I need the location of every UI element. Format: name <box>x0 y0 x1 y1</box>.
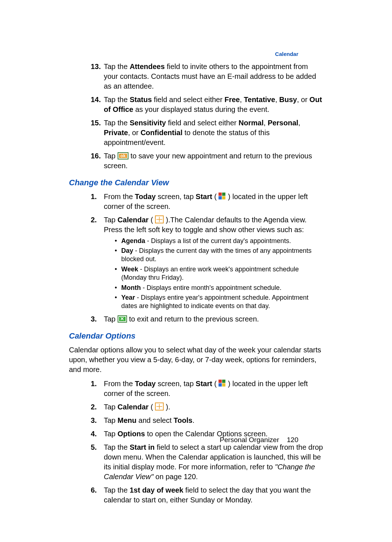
svg-rect-8 <box>222 380 225 383</box>
step-text: ( <box>212 380 217 388</box>
bold: Calendar <box>118 403 149 411</box>
bold: Start in <box>130 443 155 451</box>
list-item: Agenda - Displays a list of the current … <box>115 237 323 245</box>
step-number: 16. <box>91 151 101 161</box>
list-item: Year - Displays entire year's appointmen… <box>115 294 323 311</box>
step-number: 6. <box>91 485 97 495</box>
step-number: 1. <box>91 379 97 389</box>
start-flag-icon <box>219 380 226 387</box>
list-item: 1. From the Today screen, tap Start ( ) … <box>91 379 323 399</box>
step-text: Tap <box>104 403 118 411</box>
step-text: and select <box>136 416 173 424</box>
view-desc: - Displays entire month's appointment sc… <box>141 284 282 291</box>
bold: Tools <box>173 416 192 424</box>
view-desc: - Displays the current day with the time… <box>121 247 311 263</box>
bold: Year <box>121 294 135 301</box>
bold: Week <box>121 266 138 273</box>
step-text: , or <box>128 129 140 137</box>
step-text: ( <box>212 193 217 201</box>
bold: Normal <box>238 119 264 127</box>
bold: Confidential <box>140 129 183 137</box>
step-text: Tap <box>104 416 118 424</box>
list-item: 2. Tap Calendar ( ).The Calendar default… <box>91 215 323 311</box>
step-text: Tap the <box>104 443 130 451</box>
bold: Day <box>121 247 133 254</box>
step-text: , or <box>297 96 309 104</box>
list-item: 14. Tap the Status field and select eith… <box>91 95 323 114</box>
bold: Calendar <box>118 216 149 224</box>
step-text: Tap the <box>104 119 130 127</box>
step-number: 2. <box>91 402 97 412</box>
step-text: ( <box>148 403 155 411</box>
step-text: , <box>264 119 268 127</box>
calendar-icon <box>155 403 164 410</box>
bold: Options <box>118 430 145 438</box>
bold: Menu <box>118 416 136 424</box>
step-text: to exit and return to the previous scree… <box>129 315 259 323</box>
step-text: Tap the <box>104 96 130 104</box>
svg-rect-3 <box>222 196 225 199</box>
step-number: 14. <box>91 95 101 105</box>
bold: Private <box>104 129 128 137</box>
step-number: 15. <box>91 118 101 128</box>
step-text: , <box>298 119 301 127</box>
bold: Today <box>135 193 156 201</box>
step-text: field and select either <box>166 119 238 127</box>
footer-section: Personal Organizer <box>220 436 279 444</box>
svg-rect-10 <box>222 383 225 387</box>
step-number: 3. <box>91 314 97 324</box>
step-text: Tap <box>104 430 118 438</box>
step-text: ( <box>148 216 155 224</box>
svg-rect-9 <box>219 383 222 387</box>
list-item: 1. From the Today screen, tap Start ( ) … <box>91 192 323 211</box>
bold: Personal <box>268 119 298 127</box>
close-icon-label: ✕ <box>119 317 126 321</box>
ok-icon-label: ok <box>119 154 127 158</box>
bold: Attendees <box>130 62 165 70</box>
svg-rect-7 <box>219 380 222 383</box>
step-text: Tap the <box>104 486 130 494</box>
step-text: on page 120. <box>154 473 198 481</box>
ok-icon: ok <box>118 152 128 159</box>
step-text: ). <box>166 403 170 411</box>
step-number: 4. <box>91 429 97 439</box>
step-text: , <box>275 96 279 104</box>
footer: Personal Organizer 120 <box>220 436 298 444</box>
heading-calendar-options: Calendar Options <box>69 331 323 341</box>
view-desc: - Displays entire year's appointment sch… <box>121 294 309 310</box>
bold: Today <box>135 380 156 388</box>
list-item: 15. Tap the Sensitivity field and select… <box>91 118 323 147</box>
bold: Sensitivity <box>130 119 166 127</box>
view-list: Agenda - Displays a list of the current … <box>115 237 323 311</box>
bold: Month <box>121 284 141 291</box>
bold: Start <box>196 380 212 388</box>
step-number: 13. <box>91 62 101 72</box>
step-text: , <box>240 96 244 104</box>
svg-rect-0 <box>219 193 222 196</box>
step-number: 2. <box>91 215 97 225</box>
list-item: 3. Tap ✕ to exit and return to the previ… <box>91 314 323 324</box>
steps-change-view: 1. From the Today screen, tap Start ( ) … <box>91 192 323 324</box>
list-item: 3. Tap Menu and select Tools. <box>91 416 323 425</box>
step-number: 3. <box>91 416 97 425</box>
list-item: 6. Tap the 1st day of week field to sele… <box>91 485 323 505</box>
step-text: From the <box>104 380 135 388</box>
list-item: 2. Tap Calendar ( ). <box>91 402 323 412</box>
header-section-link[interactable]: Calendar <box>275 51 298 57</box>
bold: Status <box>130 96 152 104</box>
heading-change-calendar-view: Change the Calendar View <box>69 177 323 188</box>
step-number: 5. <box>91 442 97 452</box>
start-flag-icon <box>219 193 226 200</box>
step-text: field and select either <box>152 96 224 104</box>
step-text: Tap the <box>104 62 130 70</box>
list-item: Week - Displays an entire work week's ap… <box>115 265 323 282</box>
close-icon: ✕ <box>118 315 127 323</box>
list-item: Day - Displays the current day with the … <box>115 247 323 264</box>
step-text: Tap <box>104 216 118 224</box>
page: Calendar 13. Tap the Attendees field to … <box>0 0 392 542</box>
bold: Start <box>196 193 212 201</box>
svg-rect-1 <box>222 193 225 196</box>
step-text: From the <box>104 193 135 201</box>
step-text: to save your new appointment and return … <box>104 152 312 170</box>
svg-rect-2 <box>219 196 222 199</box>
